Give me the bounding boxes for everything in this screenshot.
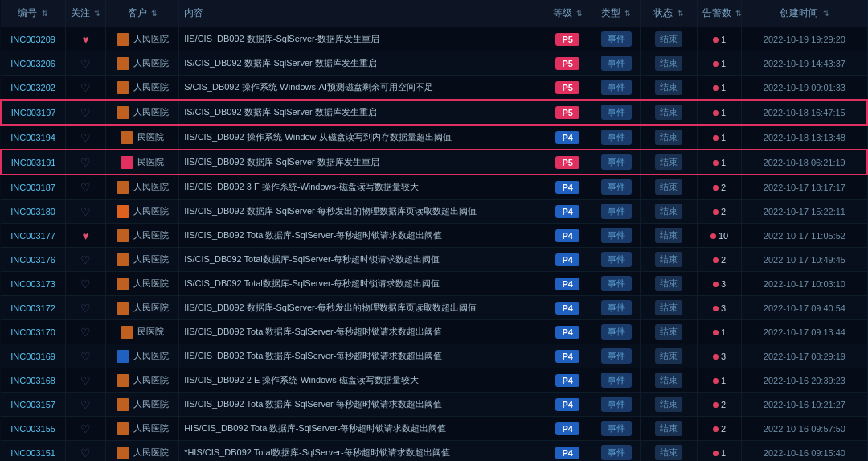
follow-cell[interactable]: ♡ bbox=[66, 175, 106, 200]
table-row[interactable]: INC003202 ♡ 人民医院 S/CIS_DB092 操作系统-Window… bbox=[1, 76, 867, 101]
heart-empty-icon[interactable]: ♡ bbox=[80, 302, 91, 315]
follow-cell[interactable]: ♡ bbox=[66, 272, 106, 296]
follow-cell[interactable]: ♡ bbox=[66, 76, 106, 101]
heart-empty-icon[interactable]: ♡ bbox=[80, 81, 91, 94]
heart-empty-icon[interactable]: ♡ bbox=[80, 374, 91, 387]
table-row[interactable]: INC003169 ♡ 人民医院 IIS/CIS_DB092 Total数据库-… bbox=[1, 344, 867, 368]
alert-cell: 3 bbox=[697, 344, 741, 368]
table-row[interactable]: INC003177 ♥ 人民医院 IIS/CIS_DB092 Total数据库-… bbox=[1, 224, 867, 248]
col-header-level[interactable]: 等级 ⇅ bbox=[543, 0, 592, 27]
heart-empty-icon[interactable]: ♡ bbox=[80, 278, 91, 290]
type-badge: 事件 bbox=[601, 373, 632, 388]
customer-avatar bbox=[117, 106, 129, 119]
incident-id[interactable]: INC003169 bbox=[1, 344, 66, 368]
type-cell: 事件 bbox=[592, 417, 640, 441]
col-header-customer[interactable]: 客户 ⇅ bbox=[106, 0, 179, 27]
table-row[interactable]: INC003197 ♡ 人民医院 IS/CIS_DB092 数据库-SqlSer… bbox=[1, 100, 867, 125]
follow-cell[interactable]: ♡ bbox=[66, 51, 106, 76]
heart-empty-icon[interactable]: ♡ bbox=[80, 57, 91, 70]
incident-id[interactable]: INC003151 bbox=[1, 441, 66, 462]
col-header-status[interactable]: 状态 ⇅ bbox=[641, 0, 698, 27]
time-cell: 2022-10-17 11:05:52 bbox=[742, 224, 867, 248]
follow-cell[interactable]: ♡ bbox=[66, 125, 106, 150]
heart-empty-icon[interactable]: ♡ bbox=[80, 106, 91, 119]
incident-id[interactable]: INC003170 bbox=[1, 320, 66, 344]
follow-cell[interactable]: ♡ bbox=[66, 320, 106, 344]
table-row[interactable]: INC003173 ♡ 人民医院 IS/CIS_DB092 Total数据库-S… bbox=[1, 272, 867, 296]
incident-id[interactable]: INC003177 bbox=[1, 224, 66, 248]
level-badge: P5 bbox=[555, 57, 579, 70]
heart-empty-icon[interactable]: ♡ bbox=[80, 205, 91, 218]
table-row[interactable]: INC003151 ♡ 人民医院 *HIS/CIS_DB092 Total数据库… bbox=[1, 441, 867, 462]
content-cell: S/CIS_DB092 操作系统-Windows-AI预测磁盘剩余可用空间不足 bbox=[179, 76, 543, 101]
table-row[interactable]: INC003209 ♥ 人民医院 IIS/CIS_DB092 数据库-SqlSe… bbox=[1, 27, 867, 51]
level-badge: P4 bbox=[555, 447, 579, 459]
incident-id[interactable]: INC003197 bbox=[1, 100, 66, 125]
table-row[interactable]: INC003206 ♡ 人民医院 IS/CIS_DB092 数据库-SqlSer… bbox=[1, 51, 867, 76]
incident-id[interactable]: INC003157 bbox=[1, 393, 66, 417]
customer-avatar bbox=[117, 422, 129, 435]
heart-filled-icon[interactable]: ♥ bbox=[83, 33, 89, 46]
table-row[interactable]: INC003180 ♡ 人民医院 IIS/CIS_DB092 数据库-SqlSe… bbox=[1, 200, 867, 224]
table-row[interactable]: INC003176 ♡ 人民医院 IS/CIS_DB092 Total数据库-S… bbox=[1, 248, 867, 272]
follow-cell[interactable]: ♡ bbox=[66, 393, 106, 417]
incident-id[interactable]: INC003202 bbox=[1, 76, 66, 101]
heart-filled-icon[interactable]: ♥ bbox=[83, 229, 89, 242]
heart-empty-icon[interactable]: ♡ bbox=[80, 181, 91, 194]
level-cell: P4 bbox=[543, 200, 592, 224]
level-cell: P5 bbox=[543, 100, 592, 125]
alert-cell: 2 bbox=[697, 393, 741, 417]
time-cell: 2022-10-17 15:22:11 bbox=[742, 200, 867, 224]
customer-avatar bbox=[121, 156, 133, 169]
incident-id[interactable]: INC003194 bbox=[1, 125, 66, 150]
incident-id[interactable]: INC003187 bbox=[1, 175, 66, 200]
table-row[interactable]: INC003172 ♡ 人民医院 IIS/CIS_DB092 数据库-SqlSe… bbox=[1, 296, 867, 320]
col-header-follow[interactable]: 关注 ⇅ bbox=[66, 0, 106, 27]
follow-cell[interactable]: ♡ bbox=[66, 344, 106, 368]
level-badge: P4 bbox=[555, 229, 579, 242]
table-row[interactable]: INC003168 ♡ 人民医院 IIS/CIS_DB092 2 E 操作系统-… bbox=[1, 368, 867, 393]
type-cell: 事件 bbox=[592, 296, 640, 320]
table-row[interactable]: INC003191 ♡ 民医院 IIS/CIS_DB092 数据库-SqlSer… bbox=[1, 150, 867, 175]
table-row[interactable]: INC003194 ♡ 民医院 IIS/CIS_DB092 操作系统-Windo… bbox=[1, 125, 867, 150]
heart-empty-icon[interactable]: ♡ bbox=[80, 156, 91, 169]
col-header-id[interactable]: 编号 ⇅ bbox=[1, 0, 66, 27]
heart-empty-icon[interactable]: ♡ bbox=[80, 422, 91, 435]
incident-id[interactable]: INC003180 bbox=[1, 200, 66, 224]
follow-cell[interactable]: ♡ bbox=[66, 100, 106, 125]
status-cell: 结束 bbox=[641, 368, 698, 393]
table-row[interactable]: INC003170 ♡ 民医院 IIS/CIS_DB092 Total数据库-S… bbox=[1, 320, 867, 344]
follow-cell[interactable]: ♥ bbox=[66, 27, 106, 51]
table-row[interactable]: INC003155 ♡ 人民医院 HIS/CIS_DB092 Total数据库-… bbox=[1, 417, 867, 441]
incident-id[interactable]: INC003206 bbox=[1, 51, 66, 76]
follow-cell[interactable]: ♡ bbox=[66, 441, 106, 462]
heart-empty-icon[interactable]: ♡ bbox=[80, 131, 91, 144]
follow-cell[interactable]: ♡ bbox=[66, 417, 106, 441]
time-cell: 2022-10-19 19:29:20 bbox=[742, 27, 867, 51]
heart-empty-icon[interactable]: ♡ bbox=[80, 350, 91, 363]
heart-empty-icon[interactable]: ♡ bbox=[80, 326, 91, 339]
status-cell: 结束 bbox=[641, 441, 698, 462]
incident-id[interactable]: INC003176 bbox=[1, 248, 66, 272]
col-header-time[interactable]: 创建时间 ⇅ bbox=[742, 0, 867, 27]
incident-id[interactable]: INC003172 bbox=[1, 296, 66, 320]
table-row[interactable]: INC003187 ♡ 人民医院 IIS/CIS_DB092 3 F 操作系统-… bbox=[1, 175, 867, 200]
incident-id[interactable]: INC003191 bbox=[1, 150, 66, 175]
follow-cell[interactable]: ♡ bbox=[66, 200, 106, 224]
follow-cell[interactable]: ♥ bbox=[66, 224, 106, 248]
heart-empty-icon[interactable]: ♡ bbox=[80, 398, 91, 411]
incident-id[interactable]: INC003155 bbox=[1, 417, 66, 441]
incident-id[interactable]: INC003168 bbox=[1, 368, 66, 393]
incident-id[interactable]: INC003173 bbox=[1, 272, 66, 296]
table-row[interactable]: INC003157 ♡ 人民医院 IIS/CIS_DB092 Total数据库-… bbox=[1, 393, 867, 417]
follow-cell[interactable]: ♡ bbox=[66, 248, 106, 272]
col-header-type[interactable]: 类型 ⇅ bbox=[592, 0, 640, 27]
follow-cell[interactable]: ♡ bbox=[66, 296, 106, 320]
col-header-alert[interactable]: 告警数 ⇅ bbox=[697, 0, 741, 27]
incident-id[interactable]: INC003209 bbox=[1, 27, 66, 51]
follow-cell[interactable]: ♡ bbox=[66, 368, 106, 393]
heart-empty-icon[interactable]: ♡ bbox=[80, 253, 91, 266]
heart-empty-icon[interactable]: ♡ bbox=[80, 447, 91, 459]
main-table-container[interactable]: 编号 ⇅ 关注 ⇅ 客户 ⇅ 内容 等级 ⇅ bbox=[0, 0, 868, 461]
follow-cell[interactable]: ♡ bbox=[66, 150, 106, 175]
